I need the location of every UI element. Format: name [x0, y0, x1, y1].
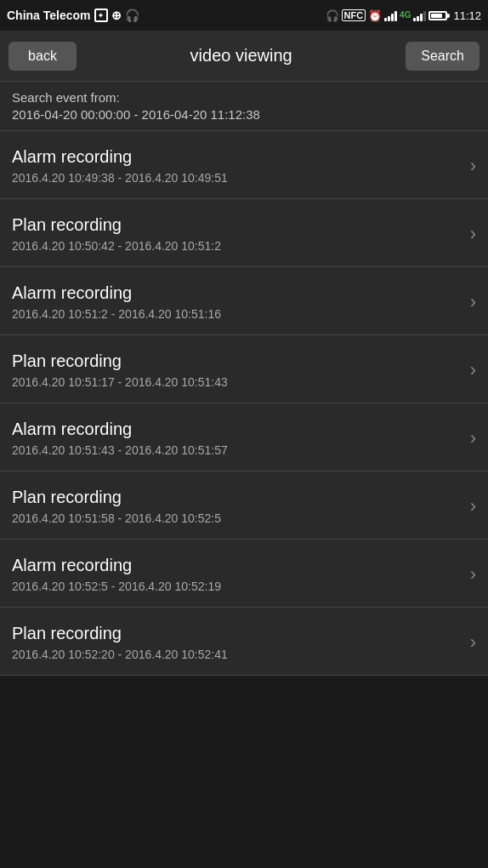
list-item[interactable]: Alarm recording2016.4.20 10:51:43 - 2016… [0, 403, 488, 471]
recording-time-range: 2016.4.20 10:52:5 - 2016.4.20 10:52:19 [12, 580, 462, 593]
recording-title: Alarm recording [12, 147, 462, 167]
list-item[interactable]: Alarm recording2016.4.20 10:51:2 - 2016.… [0, 267, 488, 335]
recording-time-range: 2016.4.20 10:51:17 - 2016.4.20 10:51:43 [12, 375, 462, 389]
recording-item-content: Plan recording2016.4.20 10:51:58 - 2016.… [12, 488, 462, 525]
navigation-bar: back video viewing Search [0, 31, 488, 82]
recording-title: Plan recording [12, 351, 462, 371]
list-item[interactable]: Plan recording2016.4.20 10:52:20 - 2016.… [0, 608, 488, 676]
chevron-right-icon: › [470, 155, 476, 177]
icon-alarm: ⏰ [368, 9, 382, 22]
list-item[interactable]: Alarm recording2016.4.20 10:49:38 - 2016… [0, 131, 488, 199]
status-icons: 🎧 NFC ⏰ 4G 11:12 [326, 9, 482, 22]
recording-time-range: 2016.4.20 10:50:42 - 2016.4.20 10:51:2 [12, 239, 462, 253]
recording-item-content: Alarm recording2016.4.20 10:51:43 - 2016… [12, 420, 462, 457]
recording-item-content: Alarm recording2016.4.20 10:49:38 - 2016… [12, 147, 462, 185]
list-item[interactable]: Plan recording2016.4.20 10:51:17 - 2016.… [0, 335, 488, 403]
recording-item-content: Plan recording2016.4.20 10:50:42 - 2016.… [12, 215, 462, 253]
chevron-right-icon: › [470, 223, 476, 245]
clock-time: 11:12 [453, 9, 481, 22]
recording-title: Plan recording [12, 624, 462, 643]
list-item[interactable]: Alarm recording2016.4.20 10:52:5 - 2016.… [0, 540, 488, 608]
carrier-info: China Telecom ✦ ⊕ 🎧 [7, 9, 139, 22]
icon-headset: 🎧 [125, 9, 139, 22]
page-title: video viewing [77, 46, 406, 66]
chevron-right-icon: › [470, 495, 476, 517]
chevron-right-icon: › [470, 427, 476, 449]
chevron-right-icon: › [470, 291, 476, 313]
recording-item-content: Alarm recording2016.4.20 10:51:2 - 2016.… [12, 283, 462, 321]
cell-signal [413, 9, 426, 21]
recording-item-content: Alarm recording2016.4.20 10:52:5 - 2016.… [12, 556, 462, 593]
list-item[interactable]: Plan recording2016.4.20 10:51:58 - 2016.… [0, 471, 488, 540]
recording-title: Plan recording [12, 215, 462, 235]
search-info-label: Search event from: [12, 90, 476, 105]
icon-nfc: NFC [342, 9, 366, 21]
recording-list: Alarm recording2016.4.20 10:49:38 - 2016… [0, 131, 488, 676]
recording-item-content: Plan recording2016.4.20 10:52:20 - 2016.… [12, 624, 462, 661]
search-info-bar: Search event from: 2016-04-20 00:00:00 -… [0, 82, 488, 131]
recording-time-range: 2016.4.20 10:51:2 - 2016.4.20 10:51:16 [12, 307, 462, 321]
chevron-right-icon: › [470, 563, 476, 585]
recording-title: Plan recording [12, 488, 462, 507]
carrier-icon: ✦ [94, 9, 108, 22]
icon-vpn: ⊕ [111, 9, 122, 22]
carrier-name: China Telecom [7, 9, 91, 22]
recording-time-range: 2016.4.20 10:51:43 - 2016.4.20 10:51:57 [12, 443, 462, 457]
recording-title: Alarm recording [12, 283, 462, 303]
icon-headphone: 🎧 [326, 9, 339, 22]
lte-badge: 4G [400, 11, 411, 20]
chevron-right-icon: › [470, 359, 476, 381]
chevron-right-icon: › [470, 631, 476, 654]
back-button[interactable]: back [9, 42, 77, 71]
recording-item-content: Plan recording2016.4.20 10:51:17 - 2016.… [12, 351, 462, 389]
recording-time-range: 2016.4.20 10:49:38 - 2016.4.20 10:49:51 [12, 171, 462, 185]
recording-title: Alarm recording [12, 420, 462, 439]
wifi-signal [384, 9, 397, 21]
search-button[interactable]: Search [406, 42, 479, 71]
list-item[interactable]: Plan recording2016.4.20 10:50:42 - 2016.… [0, 199, 488, 267]
battery-indicator [428, 11, 447, 20]
search-info-range: 2016-04-20 00:00:00 - 2016-04-20 11:12:3… [12, 107, 476, 122]
status-bar: China Telecom ✦ ⊕ 🎧 🎧 NFC ⏰ 4G 11:12 [0, 0, 488, 31]
recording-title: Alarm recording [12, 556, 462, 575]
recording-time-range: 2016.4.20 10:51:58 - 2016.4.20 10:52:5 [12, 511, 462, 525]
recording-time-range: 2016.4.20 10:52:20 - 2016.4.20 10:52:41 [12, 648, 462, 661]
